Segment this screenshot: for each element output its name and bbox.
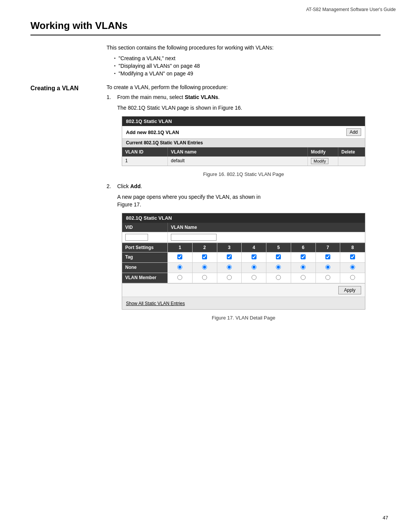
vlan-member-label: VLAN Member [122,273,168,283]
vlan-name-input-cell [168,232,365,242]
step-2-num: 2. [107,183,117,189]
bullet-item-1: "Creating a VLAN," next [114,55,381,61]
vid-input[interactable] [125,234,148,241]
vlan-member-row: VLAN Member [122,273,365,283]
tag-check-1 [168,252,193,262]
bullet-list: "Creating a VLAN," next "Displaying all … [114,55,381,77]
apply-button[interactable]: Apply [338,286,361,294]
none-rb-4[interactable] [252,265,256,270]
tag-check-2 [193,252,217,262]
member-radio-8 [340,273,365,283]
vlan-id-cell: 1 [122,157,168,166]
member-radio-1 [168,273,193,283]
none-rb-8[interactable] [350,265,355,270]
col-vlanid: VLAN ID [122,147,168,157]
port-7-header: 7 [316,243,341,252]
col-modify: Modify [308,147,338,157]
port-settings-section: Port Settings 1 2 3 4 5 6 7 8 Tag [122,243,365,283]
vid-header: VID [122,223,168,232]
member-rb-1[interactable] [177,275,182,280]
none-rb-1[interactable] [177,265,182,270]
port-6-header: 6 [291,243,316,252]
tag-cb-8[interactable] [350,254,355,259]
member-radio-3 [217,273,242,283]
none-label: None [122,263,168,273]
col-vlanname: VLAN name [168,147,308,157]
vlan-name-header: VLAN Name [168,223,365,232]
step-list: 1. From the main menu, select Static VLA… [107,94,381,100]
tag-cb-3[interactable] [227,254,232,259]
member-radio-7 [316,273,341,283]
add-bold: Add [130,183,140,189]
member-rb-2[interactable] [202,275,207,280]
none-rb-5[interactable] [276,265,281,270]
tag-cb-5[interactable] [276,254,281,259]
none-radio-1 [168,263,193,273]
step1-note: The 802.1Q Static VLAN page is shown in … [117,105,381,111]
bullet-text-2: "Displaying all VLANs" on page 48 [119,63,200,69]
tag-cb-6[interactable] [301,254,306,259]
step-2: 2. Click Add. [107,183,381,189]
fig17-header: 802.1Q Static VLAN [122,213,365,223]
none-rb-3[interactable] [227,265,232,270]
figure-16: 802.1Q Static VLAN Add new 802.1Q VLAN A… [122,116,365,166]
fig16-add-label: Add new 802.1Q VLAN [126,129,346,135]
section-label: Creating a VLAN [30,84,107,92]
port-4-header: 4 [242,243,266,252]
creating-intro: To create a VLAN, perform the following … [107,84,381,90]
fig16-header: 802.1Q Static VLAN [122,117,365,126]
port-8-header: 8 [340,243,365,252]
fig16-current-header: Current 802.1Q Static VLAN Entries [122,139,365,147]
tag-cb-2[interactable] [202,254,207,259]
none-rb-7[interactable] [325,265,330,270]
vlan-name-cell: default [168,157,308,166]
none-radio-3 [217,263,242,273]
add-button[interactable]: Add [346,128,361,136]
bullet-item-3: "Modifying a VLAN" on page 49 [114,70,381,77]
tag-label: Tag [122,252,168,262]
section-body: To create a VLAN, perform the following … [107,84,381,327]
step2-note1: A new page opens where you specify the V… [117,194,381,200]
apply-row: Apply [122,283,365,297]
none-radio-6 [291,263,316,273]
modify-button[interactable]: Modify [311,158,328,164]
step-2-text: Click Add. [117,183,381,189]
step-1: 1. From the main menu, select Static VLA… [107,94,381,100]
tag-cb-4[interactable] [252,254,256,259]
member-radio-4 [242,273,266,283]
member-rb-7[interactable] [325,275,330,280]
tag-check-8 [340,252,365,262]
tag-check-3 [217,252,242,262]
port-2-header: 2 [193,243,217,252]
tag-row: Tag [122,252,365,263]
tag-cb-1[interactable] [177,254,182,259]
step-list-2: 2. Click Add. [107,183,381,189]
chapter-title: Working with VLANs [30,20,381,35]
member-rb-6[interactable] [301,275,306,280]
tag-cb-7[interactable] [325,254,330,259]
fig17-input-row [122,232,365,243]
member-rb-5[interactable] [276,275,281,280]
none-row: None [122,263,365,273]
bullet-text-1: "Creating a VLAN," next [119,55,175,61]
member-rb-4[interactable] [252,275,256,280]
bullet-item-2: "Displaying all VLANs" on page 48 [114,63,381,69]
member-rb-8[interactable] [350,275,355,280]
vlan-name-input[interactable] [171,234,217,241]
show-link-row: Show All Static VLAN Entries [122,297,365,309]
member-radio-5 [266,273,291,283]
none-radio-4 [242,263,266,273]
none-rb-2[interactable] [202,265,207,270]
bullet-text-3: "Modifying a VLAN" on page 49 [119,70,193,77]
creating-vlan-section: Creating a VLAN To create a VLAN, perfor… [30,84,381,327]
member-rb-3[interactable] [227,275,232,280]
show-all-link[interactable]: Show All Static VLAN Entries [126,301,185,306]
step2-note2: Figure 17. [117,201,381,208]
port-5-header: 5 [266,243,291,252]
fig16-add-row: Add new 802.1Q VLAN Add [122,126,365,139]
fig16-col-headers: VLAN ID VLAN name Modify Delete [122,147,365,157]
none-rb-6[interactable] [301,265,306,270]
tag-check-6 [291,252,316,262]
tag-check-5 [266,252,291,262]
static-vlans-bold: Static VLANs [185,94,218,100]
